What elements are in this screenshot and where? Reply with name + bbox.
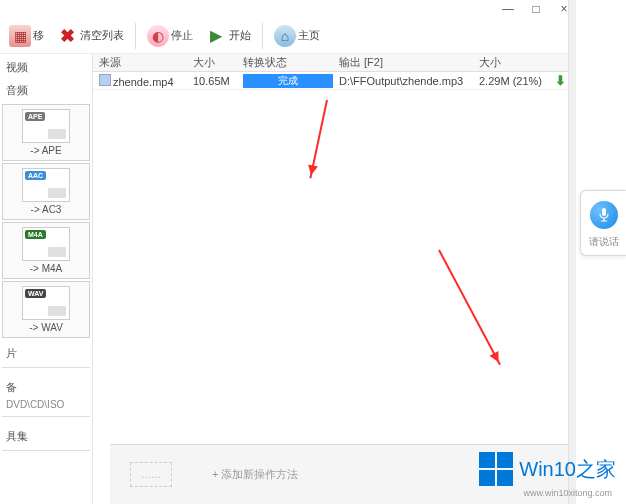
output-path: D:\FFOutput\zhende.mp3 — [339, 75, 479, 87]
mic-icon — [590, 201, 618, 229]
content-area: 来源 大小 转换状态 输出 [F2] 大小 zhende.mp4 10.65M … — [93, 54, 575, 504]
home-icon: ⌂ — [274, 25, 296, 47]
col-source[interactable]: 来源 — [93, 55, 193, 70]
sidebar-audio-label: 音频 — [2, 81, 90, 104]
start-label: 开始 — [229, 28, 251, 43]
scrollbar[interactable] — [568, 0, 576, 504]
wav-badge: WAV — [25, 289, 46, 298]
format-label: -> M4A — [30, 263, 63, 274]
status-badge: 完成 — [243, 74, 333, 88]
format-m4a[interactable]: M4A -> M4A — [2, 222, 90, 279]
bottom-panel: …… + 添加新操作方法 — [110, 444, 575, 504]
format-ape[interactable]: APE -> APE — [2, 104, 90, 161]
sidebar-video-label: 视频 — [2, 58, 90, 81]
file-icon — [99, 74, 111, 86]
format-label: -> WAV — [29, 322, 63, 333]
download-icon[interactable]: ⬇ — [555, 73, 566, 88]
sidebar: 视频 音频 APE -> APE AAC -> AC3 M4A -> M4A W… — [0, 54, 93, 504]
remove-label: 移 — [33, 28, 44, 43]
table-header: 来源 大小 转换状态 输出 [F2] 大小 — [93, 54, 575, 72]
mic-label: 请说话 — [589, 235, 619, 249]
ape-badge: APE — [25, 112, 45, 121]
sidebar-device-label: 备 — [2, 372, 90, 397]
maximize-button[interactable]: □ — [529, 2, 543, 16]
col-outsize[interactable]: 大小 — [479, 55, 555, 70]
table-row[interactable]: zhende.mp4 10.65M 完成 D:\FFOutput\zhende.… — [93, 72, 575, 90]
stop-label: 停止 — [171, 28, 193, 43]
clear-icon: ✖ — [56, 25, 78, 47]
svg-rect-0 — [602, 208, 606, 216]
separator — [135, 23, 136, 49]
add-operation[interactable]: + 添加新操作方法 — [212, 467, 298, 482]
divider — [2, 367, 90, 368]
m4a-badge: M4A — [25, 230, 46, 239]
sidebar-pic-label: 片 — [2, 338, 90, 363]
home-button[interactable]: ⌂ 主页 — [271, 23, 323, 49]
separator — [262, 23, 263, 49]
clear-label: 清空列表 — [80, 28, 124, 43]
stop-button[interactable]: ◐ 停止 — [144, 23, 196, 49]
format-label: -> APE — [30, 145, 61, 156]
stop-icon: ◐ — [147, 25, 169, 47]
filename: zhende.mp4 — [113, 76, 174, 88]
divider — [2, 450, 90, 451]
col-size[interactable]: 大小 — [193, 55, 243, 70]
minimize-button[interactable]: — — [501, 2, 515, 16]
file-size: 10.65M — [193, 75, 243, 87]
col-output[interactable]: 输出 [F2] — [339, 55, 479, 70]
divider — [2, 416, 90, 417]
remove-icon: ▦ — [9, 25, 31, 47]
format-ac3[interactable]: AAC -> AC3 — [2, 163, 90, 220]
bottom-box[interactable]: …… — [130, 462, 172, 487]
sidebar-tools-label: 具集 — [2, 421, 90, 446]
aac-badge: AAC — [25, 171, 46, 180]
sidebar-dvd-label[interactable]: DVD\CD\ISO — [2, 397, 90, 412]
col-status[interactable]: 转换状态 — [243, 55, 339, 70]
play-icon: ▶ — [205, 25, 227, 47]
voice-float[interactable]: 请说话 — [580, 190, 626, 256]
format-label: -> AC3 — [31, 204, 62, 215]
format-wav[interactable]: WAV -> WAV — [2, 281, 90, 338]
output-size: 2.29M (21%) — [479, 75, 555, 87]
home-label: 主页 — [298, 28, 320, 43]
start-button[interactable]: ▶ 开始 — [202, 23, 254, 49]
clear-list-button[interactable]: ✖ 清空列表 — [53, 23, 127, 49]
remove-button[interactable]: ▦ 移 — [6, 23, 47, 49]
